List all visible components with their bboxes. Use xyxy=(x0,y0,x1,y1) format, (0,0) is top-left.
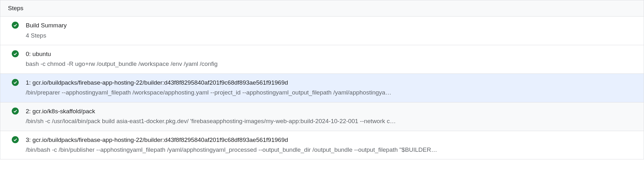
steps-list: 0: ubuntubash -c chmod -R ugo+rw /output… xyxy=(0,45,644,159)
summary-title: Build Summary xyxy=(26,21,636,30)
step-row-1[interactable]: 1: gcr.io/buildpacks/firebase-app-hostin… xyxy=(0,74,644,102)
build-summary-row[interactable]: Build Summary 4 Steps xyxy=(0,17,644,45)
step-content: 3: gcr.io/buildpacks/firebase-app-hostin… xyxy=(26,136,636,155)
steps-panel: Steps Build Summary 4 Steps 0: ubuntubas… xyxy=(0,0,644,159)
success-check-icon xyxy=(12,79,19,86)
step-command: bash -c chmod -R ugo+rw /output_bundle /… xyxy=(26,59,636,69)
status-col xyxy=(12,136,26,143)
step-content: 1: gcr.io/buildpacks/firebase-app-hostin… xyxy=(26,78,636,98)
summary-content: Build Summary 4 Steps xyxy=(26,21,636,40)
step-title: 1: gcr.io/buildpacks/firebase-app-hostin… xyxy=(26,78,636,88)
steps-header-title: Steps xyxy=(8,5,24,11)
step-command: /bin/preparer --apphostingyaml_filepath … xyxy=(26,88,636,97)
status-col xyxy=(12,107,26,115)
success-check-icon xyxy=(12,136,19,143)
summary-sub: 4 Steps xyxy=(26,31,636,40)
step-title: 3: gcr.io/buildpacks/firebase-app-hostin… xyxy=(26,136,636,145)
status-col xyxy=(12,78,26,86)
status-col xyxy=(12,50,26,57)
step-content: 0: ubuntubash -c chmod -R ugo+rw /output… xyxy=(26,50,636,69)
step-command: /bin/sh -c /usr/local/bin/pack build asi… xyxy=(26,116,636,126)
step-row-0[interactable]: 0: ubuntubash -c chmod -R ugo+rw /output… xyxy=(0,45,644,74)
steps-header: Steps xyxy=(0,0,644,17)
step-row-3[interactable]: 3: gcr.io/buildpacks/firebase-app-hostin… xyxy=(0,131,644,159)
success-check-icon xyxy=(12,50,19,57)
step-title: 0: ubuntu xyxy=(26,50,636,59)
step-title: 2: gcr.io/k8s-skaffold/pack xyxy=(26,107,636,116)
step-content: 2: gcr.io/k8s-skaffold/pack/bin/sh -c /u… xyxy=(26,107,636,126)
step-command: /bin/bash -c /bin/publisher --apphosting… xyxy=(26,145,636,155)
success-check-icon xyxy=(12,108,19,115)
step-row-2[interactable]: 2: gcr.io/k8s-skaffold/pack/bin/sh -c /u… xyxy=(0,102,644,131)
success-check-icon xyxy=(12,22,19,29)
status-col xyxy=(12,21,26,29)
